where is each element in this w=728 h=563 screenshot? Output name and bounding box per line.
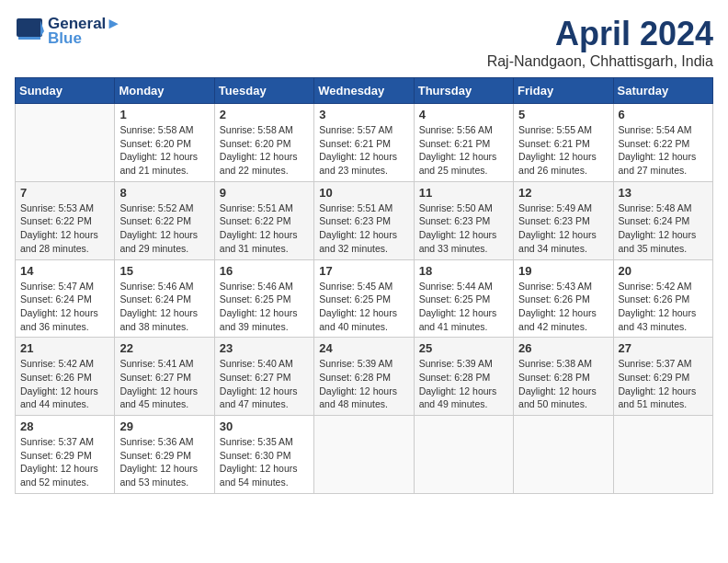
table-row: 22Sunrise: 5:41 AMSunset: 6:27 PMDayligh… [115, 338, 214, 416]
table-row [514, 416, 613, 494]
table-row: 18Sunrise: 5:44 AMSunset: 6:25 PMDayligh… [414, 259, 513, 338]
month-title: April 2024 [487, 15, 713, 53]
table-row: 12Sunrise: 5:49 AMSunset: 6:23 PMDayligh… [514, 181, 613, 259]
day-info: Sunrise: 5:58 AMSunset: 6:20 PMDaylight:… [220, 123, 309, 178]
col-thursday: Thursday [414, 78, 513, 104]
day-number: 8 [119, 186, 209, 200]
day-number: 6 [619, 108, 708, 121]
day-info: Sunrise: 5:46 AMSunset: 6:25 PMDaylight:… [220, 280, 309, 334]
day-info: Sunrise: 5:48 AMSunset: 6:24 PMDaylight:… [619, 201, 708, 256]
day-number: 11 [419, 186, 508, 200]
table-row: 21Sunrise: 5:42 AMSunset: 6:26 PMDayligh… [16, 338, 115, 416]
table-row: 16Sunrise: 5:46 AMSunset: 6:25 PMDayligh… [214, 259, 313, 338]
day-info: Sunrise: 5:37 AMSunset: 6:29 PMDaylight:… [619, 357, 708, 411]
table-row: 5Sunrise: 5:55 AMSunset: 6:21 PMDaylight… [514, 104, 613, 182]
week-row-4: 21Sunrise: 5:42 AMSunset: 6:26 PMDayligh… [16, 338, 713, 416]
day-number: 20 [619, 264, 708, 278]
table-row: 24Sunrise: 5:39 AMSunset: 6:28 PMDayligh… [314, 338, 414, 416]
table-row: 8Sunrise: 5:52 AMSunset: 6:22 PMDaylight… [115, 181, 214, 259]
table-row [613, 416, 712, 494]
day-number: 28 [20, 419, 109, 433]
day-info: Sunrise: 5:51 AMSunset: 6:22 PMDaylight:… [220, 201, 309, 256]
day-number: 19 [518, 264, 608, 278]
col-tuesday: Tuesday [214, 78, 313, 104]
day-number: 12 [518, 186, 608, 200]
table-row: 13Sunrise: 5:48 AMSunset: 6:24 PMDayligh… [613, 181, 712, 259]
day-info: Sunrise: 5:43 AMSunset: 6:26 PMDaylight:… [518, 280, 608, 334]
table-row: 27Sunrise: 5:37 AMSunset: 6:29 PMDayligh… [613, 338, 712, 416]
day-info: Sunrise: 5:55 AMSunset: 6:21 PMDaylight:… [518, 123, 608, 178]
week-row-1: 1Sunrise: 5:58 AMSunset: 6:20 PMDaylight… [16, 104, 713, 182]
col-wednesday: Wednesday [314, 78, 414, 104]
day-number: 22 [119, 341, 209, 355]
day-number: 13 [619, 186, 708, 200]
day-number: 9 [220, 186, 309, 200]
day-info: Sunrise: 5:36 AMSunset: 6:29 PMDaylight:… [119, 435, 209, 489]
day-number: 21 [20, 341, 109, 355]
table-row: 9Sunrise: 5:51 AMSunset: 6:22 PMDaylight… [214, 181, 313, 259]
day-info: Sunrise: 5:54 AMSunset: 6:22 PMDaylight:… [619, 123, 708, 178]
col-monday: Monday [115, 78, 214, 104]
day-info: Sunrise: 5:56 AMSunset: 6:21 PMDaylight:… [419, 123, 508, 178]
day-info: Sunrise: 5:46 AMSunset: 6:24 PMDaylight:… [119, 280, 209, 334]
day-info: Sunrise: 5:49 AMSunset: 6:23 PMDaylight:… [518, 201, 608, 256]
table-row [16, 104, 115, 182]
day-number: 7 [20, 186, 109, 200]
table-row: 14Sunrise: 5:47 AMSunset: 6:24 PMDayligh… [16, 259, 115, 338]
location-title: Raj-Nandgaon, Chhattisgarh, India [487, 53, 713, 70]
table-row [414, 416, 513, 494]
day-number: 15 [119, 264, 209, 278]
table-row: 28Sunrise: 5:37 AMSunset: 6:29 PMDayligh… [16, 416, 115, 494]
day-number: 4 [419, 108, 508, 121]
day-number: 5 [518, 108, 608, 121]
week-row-3: 14Sunrise: 5:47 AMSunset: 6:24 PMDayligh… [16, 259, 713, 338]
day-info: Sunrise: 5:37 AMSunset: 6:29 PMDaylight:… [20, 435, 109, 489]
day-number: 29 [119, 419, 209, 433]
day-number: 10 [319, 186, 408, 200]
day-info: Sunrise: 5:38 AMSunset: 6:28 PMDaylight:… [518, 357, 608, 411]
table-row: 29Sunrise: 5:36 AMSunset: 6:29 PMDayligh… [115, 416, 214, 494]
table-row: 4Sunrise: 5:56 AMSunset: 6:21 PMDaylight… [414, 104, 513, 182]
day-info: Sunrise: 5:52 AMSunset: 6:22 PMDaylight:… [119, 201, 209, 256]
table-row: 6Sunrise: 5:54 AMSunset: 6:22 PMDaylight… [613, 104, 712, 182]
day-number: 30 [220, 419, 309, 433]
svg-rect-2 [18, 37, 40, 40]
day-info: Sunrise: 5:42 AMSunset: 6:26 PMDaylight:… [20, 357, 109, 411]
col-saturday: Saturday [613, 78, 712, 104]
day-info: Sunrise: 5:47 AMSunset: 6:24 PMDaylight:… [20, 280, 109, 334]
table-row: 19Sunrise: 5:43 AMSunset: 6:26 PMDayligh… [514, 259, 613, 338]
day-number: 24 [319, 341, 408, 355]
day-number: 27 [619, 341, 708, 355]
day-info: Sunrise: 5:57 AMSunset: 6:21 PMDaylight:… [319, 123, 408, 178]
table-row: 15Sunrise: 5:46 AMSunset: 6:24 PMDayligh… [115, 259, 214, 338]
day-number: 26 [518, 341, 608, 355]
table-row: 25Sunrise: 5:39 AMSunset: 6:28 PMDayligh… [414, 338, 513, 416]
day-info: Sunrise: 5:35 AMSunset: 6:30 PMDaylight:… [220, 435, 309, 489]
table-row: 11Sunrise: 5:50 AMSunset: 6:23 PMDayligh… [414, 181, 513, 259]
day-number: 2 [220, 108, 309, 121]
svg-rect-0 [17, 18, 42, 37]
day-info: Sunrise: 5:44 AMSunset: 6:25 PMDaylight:… [419, 280, 508, 334]
day-number: 16 [220, 264, 309, 278]
day-info: Sunrise: 5:42 AMSunset: 6:26 PMDaylight:… [619, 280, 708, 334]
calendar-table: Sunday Monday Tuesday Wednesday Thursday… [15, 77, 713, 494]
day-number: 25 [419, 341, 508, 355]
logo: General► Blue [15, 15, 121, 48]
week-row-5: 28Sunrise: 5:37 AMSunset: 6:29 PMDayligh… [16, 416, 713, 494]
logo-icon [15, 17, 44, 46]
day-info: Sunrise: 5:53 AMSunset: 6:22 PMDaylight:… [20, 201, 109, 256]
day-info: Sunrise: 5:50 AMSunset: 6:23 PMDaylight:… [419, 201, 508, 256]
day-number: 3 [319, 108, 408, 121]
table-row: 20Sunrise: 5:42 AMSunset: 6:26 PMDayligh… [613, 259, 712, 338]
table-row: 30Sunrise: 5:35 AMSunset: 6:30 PMDayligh… [214, 416, 313, 494]
day-number: 23 [220, 341, 309, 355]
day-info: Sunrise: 5:58 AMSunset: 6:20 PMDaylight:… [119, 123, 209, 178]
table-row: 26Sunrise: 5:38 AMSunset: 6:28 PMDayligh… [514, 338, 613, 416]
day-info: Sunrise: 5:45 AMSunset: 6:25 PMDaylight:… [319, 280, 408, 334]
day-info: Sunrise: 5:40 AMSunset: 6:27 PMDaylight:… [220, 357, 309, 411]
col-sunday: Sunday [16, 78, 115, 104]
day-number: 18 [419, 264, 508, 278]
table-row: 1Sunrise: 5:58 AMSunset: 6:20 PMDaylight… [115, 104, 214, 182]
day-info: Sunrise: 5:39 AMSunset: 6:28 PMDaylight:… [419, 357, 508, 411]
col-friday: Friday [514, 78, 613, 104]
